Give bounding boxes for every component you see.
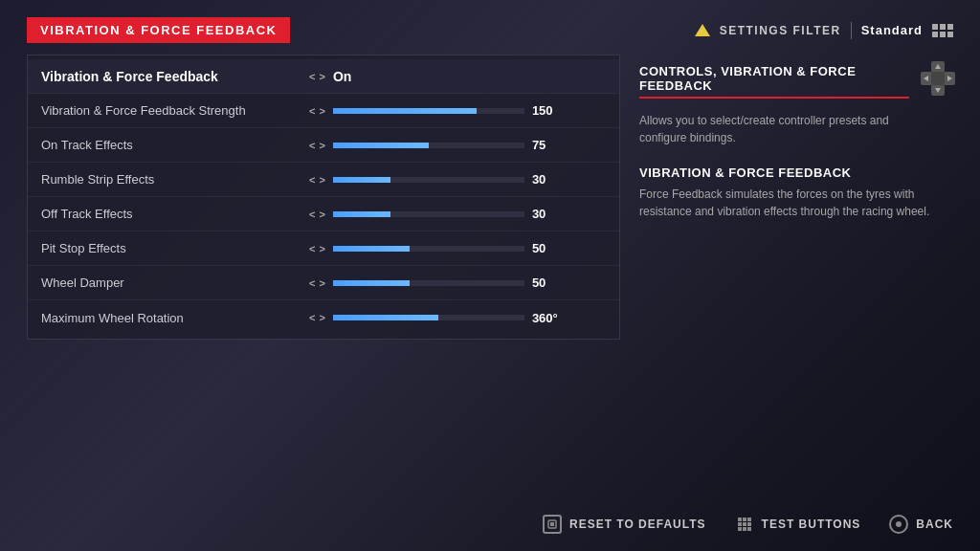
arrow-left-icon[interactable]: < bbox=[309, 243, 315, 254]
arrow-right-icon[interactable]: > bbox=[319, 312, 324, 323]
setting-row-name: On Track Effects bbox=[41, 138, 309, 152]
arrow-control[interactable]: < > bbox=[309, 277, 325, 289]
footer: RESET TO DEFAULTS TEST BUTTONS BACK bbox=[0, 503, 980, 551]
main-setting-value: On bbox=[333, 69, 351, 84]
test-buttons-action[interactable]: TEST BUTTONS bbox=[735, 515, 861, 534]
setting-row-name: Off Track Effects bbox=[41, 207, 309, 221]
setting-row-control[interactable]: < > 360° bbox=[309, 311, 606, 325]
settings-filter: SETTINGS FILTER Standard bbox=[695, 22, 953, 39]
arrow-control[interactable]: < > bbox=[309, 71, 325, 82]
arrow-left-icon[interactable]: < bbox=[309, 174, 315, 186]
setting-row-name: Pit Stop Effects bbox=[41, 241, 309, 255]
setting-bar bbox=[333, 177, 524, 183]
setting-row-control[interactable]: < > 50 bbox=[309, 276, 606, 290]
reset-label: RESET TO DEFAULTS bbox=[569, 518, 706, 531]
info-section1-text: Allows you to select/create controller p… bbox=[639, 112, 909, 146]
arrow-control[interactable]: < > bbox=[309, 105, 325, 117]
dpad-icon bbox=[919, 59, 953, 94]
setting-row-name: Vibration & Force Feedback Strength bbox=[41, 103, 309, 118]
setting-bar-fill bbox=[333, 315, 438, 320]
setting-row-value: 50 bbox=[532, 241, 570, 255]
setting-row-control[interactable]: < > 150 bbox=[309, 103, 606, 118]
setting-row[interactable]: Pit Stop Effects < > 50 bbox=[28, 231, 619, 266]
main-setting-row[interactable]: Vibration & Force Feedback < > On bbox=[28, 59, 619, 94]
setting-row-control[interactable]: < > 30 bbox=[309, 172, 606, 187]
settings-panel: Vibration & Force Feedback < > On Vibrat… bbox=[27, 55, 620, 340]
arrow-left-icon[interactable]: < bbox=[309, 140, 315, 151]
setting-row-control[interactable]: < > 50 bbox=[309, 241, 606, 255]
setting-row-value: 30 bbox=[532, 172, 570, 187]
arrow-right-icon[interactable]: > bbox=[319, 71, 324, 82]
test-label: TEST BUTTONS bbox=[762, 518, 861, 531]
info-panel: CONTROLS, VIBRATION & FORCE FEEDBACK All… bbox=[639, 55, 953, 503]
arrow-right-icon[interactable]: > bbox=[319, 243, 324, 254]
back-label: BACK bbox=[916, 518, 953, 531]
setting-bar-fill bbox=[333, 246, 410, 252]
setting-row-value: 30 bbox=[532, 207, 570, 221]
setting-row-value: 360° bbox=[532, 311, 570, 325]
settings-filter-label: SETTINGS FILTER bbox=[720, 24, 841, 37]
arrow-left-icon[interactable]: < bbox=[309, 277, 315, 289]
arrow-right-icon[interactable]: > bbox=[319, 140, 324, 151]
back-action[interactable]: BACK bbox=[889, 515, 953, 534]
arrow-left-icon[interactable]: < bbox=[309, 105, 315, 117]
grid-view-icon[interactable] bbox=[932, 24, 953, 37]
setting-bar-fill bbox=[333, 143, 429, 148]
info-section-vff: VIBRATION & FORCE FEEDBACK Force Feedbac… bbox=[639, 165, 953, 220]
arrow-right-icon[interactable]: > bbox=[319, 209, 324, 220]
arrow-control[interactable]: < > bbox=[309, 140, 325, 151]
setting-bar bbox=[333, 108, 524, 114]
setting-row[interactable]: Vibration & Force Feedback Strength < > … bbox=[28, 94, 619, 128]
settings-filter-value: Standard bbox=[861, 23, 923, 37]
setting-row-name: Maximum Wheel Rotation bbox=[41, 311, 309, 325]
arrow-left-icon[interactable]: < bbox=[309, 312, 315, 323]
reset-icon bbox=[543, 515, 562, 534]
arrow-right-icon[interactable]: > bbox=[319, 174, 324, 186]
triangle-icon bbox=[695, 24, 710, 36]
setting-row[interactable]: Off Track Effects < > 30 bbox=[28, 197, 619, 231]
setting-row[interactable]: Maximum Wheel Rotation < > 360° bbox=[28, 300, 619, 335]
arrow-control[interactable]: < > bbox=[309, 174, 325, 186]
svg-rect-4 bbox=[931, 72, 945, 85]
setting-row-control[interactable]: < > 75 bbox=[309, 138, 606, 152]
svg-rect-10 bbox=[550, 522, 554, 526]
setting-bar bbox=[333, 315, 524, 320]
setting-row-name: Wheel Damper bbox=[41, 276, 309, 290]
arrow-left-icon[interactable]: < bbox=[309, 71, 315, 82]
page-title: VIBRATION & FORCE FEEDBACK bbox=[27, 17, 290, 43]
test-icon bbox=[735, 515, 754, 534]
setting-bar-fill bbox=[333, 108, 477, 114]
arrow-control[interactable]: < > bbox=[309, 312, 325, 323]
arrow-control[interactable]: < > bbox=[309, 209, 325, 220]
setting-row-control[interactable]: < > 30 bbox=[309, 207, 606, 221]
arrow-control[interactable]: < > bbox=[309, 243, 325, 254]
setting-bar bbox=[333, 280, 524, 286]
info-section1-title: CONTROLS, VIBRATION & FORCE FEEDBACK bbox=[639, 64, 909, 99]
back-icon bbox=[889, 515, 908, 534]
setting-row[interactable]: Rumble Strip Effects < > 30 bbox=[28, 163, 619, 197]
setting-row-value: 50 bbox=[532, 276, 570, 290]
reset-defaults-action[interactable]: RESET TO DEFAULTS bbox=[543, 515, 706, 534]
arrow-right-icon[interactable]: > bbox=[319, 277, 324, 289]
setting-bar-fill bbox=[333, 177, 390, 183]
info-section2-title: VIBRATION & FORCE FEEDBACK bbox=[639, 165, 953, 180]
main-setting-name: Vibration & Force Feedback bbox=[41, 69, 309, 84]
info-section2-text: Force Feedback simulates the forces on t… bbox=[639, 186, 953, 220]
main-setting-control[interactable]: < > On bbox=[309, 69, 606, 84]
setting-bar-fill bbox=[333, 280, 410, 286]
arrow-left-icon[interactable]: < bbox=[309, 209, 315, 220]
arrow-right-icon[interactable]: > bbox=[319, 105, 324, 117]
setting-row-name: Rumble Strip Effects bbox=[41, 172, 309, 187]
setting-row-value: 75 bbox=[532, 138, 570, 152]
setting-bar-fill bbox=[333, 211, 390, 217]
setting-bar bbox=[333, 246, 524, 252]
setting-bar bbox=[333, 143, 524, 148]
filter-divider bbox=[851, 22, 852, 39]
setting-bar bbox=[333, 211, 524, 217]
info-section-controls: CONTROLS, VIBRATION & FORCE FEEDBACK All… bbox=[639, 64, 953, 146]
setting-row-value: 150 bbox=[532, 103, 570, 118]
setting-row[interactable]: On Track Effects < > 75 bbox=[28, 128, 619, 163]
setting-row[interactable]: Wheel Damper < > 50 bbox=[28, 266, 619, 300]
